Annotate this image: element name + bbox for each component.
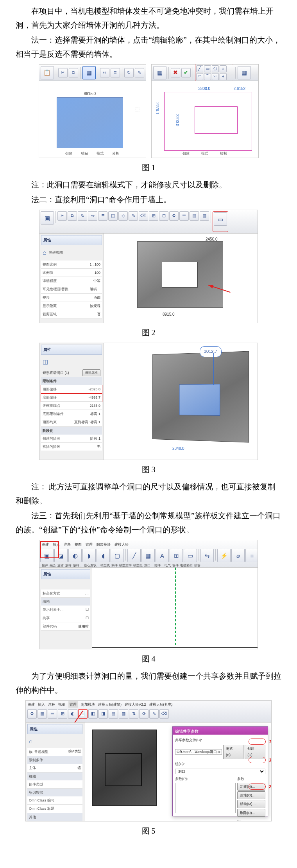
browse-button[interactable]: 浏览(B)… (223, 745, 243, 759)
dim-icon[interactable]: ⇔ (100, 68, 109, 77)
row-top-offset[interactable]: 顶部偏移-2826.8 (41, 385, 102, 394)
group-select[interactable]: 洞口 (175, 769, 265, 774)
annotation-num-2: 2 (267, 784, 272, 790)
btn[interactable]: ⊞ (58, 709, 67, 719)
type-selector[interactable]: 矩形直墙洞口 (1) (43, 370, 69, 376)
btn[interactable]: ⊡ (159, 211, 168, 221)
btn[interactable]: ⌫ (159, 709, 169, 719)
btn[interactable]: ▤ (109, 709, 118, 719)
circle-icon[interactable]: ○ (220, 65, 227, 72)
revolve-icon[interactable]: ◐ (68, 549, 82, 562)
btn[interactable]: ✎ (129, 211, 138, 221)
tab[interactable]: 附加模块 (81, 701, 95, 708)
edit3d-icon[interactable]: ▦ (238, 66, 251, 79)
modeltext-icon[interactable]: A (156, 549, 169, 562)
btn[interactable]: ✎ (149, 709, 159, 719)
pipe-icon[interactable]: ⌀ (231, 549, 245, 562)
create-icon[interactable]: ▦ (153, 66, 166, 79)
select-icon[interactable]: ▣ (41, 211, 54, 225)
tab[interactable]: 建模大师 (115, 541, 129, 548)
tab[interactable]: 插入 (38, 701, 45, 708)
tab[interactable]: 创建 (28, 701, 35, 708)
btn[interactable]: ◨ (98, 709, 108, 719)
tab[interactable]: 视图 (75, 541, 82, 548)
panel-title: 属性 (41, 345, 102, 355)
tab[interactable]: 注释 (48, 701, 55, 708)
opening-icon[interactable]: ▭ (214, 212, 227, 226)
pick-icon[interactable]: ⌖ (220, 73, 227, 80)
btn[interactable]: ◧ (88, 709, 98, 719)
paragraph-2: 法一：选择需要开洞的墙体，点击“编辑轮廓”，在其中绘制洞口的大小，相当于是反选不… (16, 33, 281, 61)
poly-icon[interactable]: ⬠ (212, 65, 219, 72)
btn[interactable]: ⌫ (139, 211, 148, 221)
btn[interactable]: ⇅ (129, 709, 138, 719)
finish-icon[interactable]: ✔ (181, 68, 191, 77)
tab[interactable]: 建模大师V2.2 (125, 701, 146, 708)
reset-icon[interactable]: ↻ (124, 68, 134, 77)
btn[interactable]: ⇔ (88, 211, 97, 221)
btn[interactable]: ☰ (179, 211, 189, 221)
btn[interactable]: ≣ (98, 211, 107, 221)
edit-type-button[interactable]: 编辑属性 (82, 369, 100, 376)
cut-icon[interactable]: ✂ (58, 68, 68, 77)
sweep-icon[interactable]: ◗ (82, 549, 96, 562)
cable-icon[interactable]: ≡ (245, 549, 258, 562)
dim: 2.6152 (234, 85, 246, 92)
btn[interactable]: ⟳ (139, 709, 148, 719)
btn[interactable]: ⊞ (149, 211, 158, 221)
void-icon[interactable]: ▢ (111, 549, 124, 562)
component-icon[interactable]: ▦ (141, 549, 155, 562)
row-bottom-offset[interactable]: 底部偏移-4992.7 (41, 394, 102, 402)
dim: 2348.0 (172, 445, 184, 452)
modelgroup-icon[interactable]: ⊞ (170, 549, 183, 562)
btn[interactable]: ◫ (108, 211, 118, 221)
spline-icon[interactable]: 〰 (212, 73, 219, 80)
tab[interactable]: 附加模块 (97, 541, 111, 548)
figure-2: ▣ ✂⧉↻⇔≣◫◇✎⌫⊞⊡⚙☰▤▥ ▭ 属性 ⌂ 三维视图 视图比例1 : 10… (16, 210, 281, 323)
ribbon: 创建插入注释视图管理附加模块建模大师(建筑)建模大师V2.2建模大师(机电) ⚙… (26, 701, 271, 722)
figure-4: 创建插入注释视图管理附加模块建模大师 ▣ ◪ ◐ ◗ ◖ ▢ ╱ ▦ A ⊞ ▭ (16, 540, 281, 649)
props-button[interactable]: 属性(O)… (237, 791, 265, 799)
mode-icon[interactable]: ▦ (82, 66, 96, 79)
del-param-button[interactable]: 删除(D)… (237, 809, 265, 817)
inner-profile (195, 106, 238, 134)
align-icon[interactable]: ≣ (111, 68, 120, 77)
paragraph-6: 法三：首先我们先利用“基于墙的公制常规模型”族样板文件建立一个洞口的族。“创建”… (16, 509, 281, 537)
line-icon[interactable]: ╱ (196, 65, 203, 72)
elec-icon[interactable]: ⚡ (217, 549, 231, 562)
rect-icon[interactable]: ▭ (204, 65, 211, 72)
tab-active[interactable]: 管理 (68, 701, 78, 708)
sweepblend-icon[interactable]: ◖ (97, 549, 110, 562)
tab[interactable]: 建模大师(机电) (149, 701, 173, 708)
tab[interactable]: 注释 (64, 541, 71, 548)
cube-icon[interactable]: ⬚ (135, 105, 140, 114)
btn[interactable]: ◐ (68, 709, 77, 719)
param-listbox[interactable] (175, 783, 236, 813)
btn[interactable]: ↻ (78, 211, 87, 221)
modelline-icon[interactable]: ╱ (127, 549, 141, 562)
tab[interactable]: 建模大师(建筑) (98, 701, 122, 708)
arc2-icon[interactable]: ⌒ (204, 73, 211, 80)
btn[interactable]: ✂ (57, 211, 67, 221)
control-icon[interactable]: ⇆ (200, 549, 214, 562)
move-button[interactable]: 移动(M)… (237, 800, 265, 808)
btn[interactable]: ⚙ (27, 709, 37, 719)
opening-icon[interactable]: ▭ (184, 549, 197, 562)
edit-icon[interactable]: ✎ (135, 68, 144, 77)
tab[interactable]: 管理 (86, 541, 93, 548)
btn[interactable]: ▤ (190, 211, 199, 221)
type-icon: ⌂ (29, 736, 32, 746)
btn[interactable]: ▥ (200, 211, 209, 221)
copy-icon[interactable]: ⧉ (69, 68, 78, 77)
paste-icon[interactable]: 📋 (41, 66, 54, 79)
btn[interactable]: ▥ (119, 709, 128, 719)
btn[interactable]: ☰ (48, 709, 57, 719)
btn[interactable]: ◇ (118, 211, 128, 221)
btn[interactable]: ⧉ (68, 211, 77, 221)
btn[interactable]: ▦ (38, 709, 47, 719)
tab[interactable]: 视图 (58, 701, 65, 708)
btn[interactable]: ⚙ (169, 211, 179, 221)
cancel-icon[interactable]: ✖ (171, 68, 180, 77)
filepath-input[interactable] (175, 749, 222, 755)
arc-icon[interactable]: ◠ (196, 73, 203, 80)
